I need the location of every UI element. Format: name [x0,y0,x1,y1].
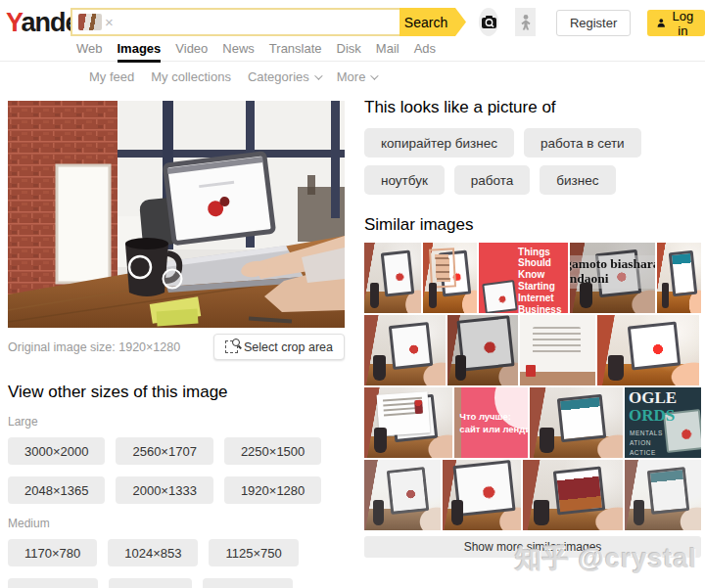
crop-icon [225,340,238,353]
subnav-label: Categories [248,69,309,84]
nav-tab-video[interactable]: Video [175,41,208,62]
login-label: Log in [671,9,695,38]
nav-tab-images[interactable]: Images [118,41,162,62]
select-crop-label: Select crop area [244,340,333,354]
similar-image-thumbnail[interactable] [443,460,521,530]
size-option[interactable]: 1920×1280 [224,476,321,504]
similar-image-thumbnail[interactable] [523,460,623,530]
service-nav: Web Images Video News Translate Disk Mai… [0,41,705,62]
looks-like-title: This looks like a picture of [364,98,701,117]
nav-tab-translate[interactable]: Translate [269,41,322,62]
yandex-logo[interactable]: Yandex [6,9,70,36]
tag-button[interactable]: работа [454,165,531,195]
chevron-down-icon [371,71,379,79]
similar-image-thumbnail[interactable] [447,315,518,385]
watermark: 知乎 @crystal [515,541,697,576]
people-search-button[interactable] [515,8,535,36]
similar-image-thumbnail[interactable]: OGLEORDS MENTALSATIONACTICE [625,387,701,458]
grid-row: ThingsShouldKnowStartingInternetBusiness… [364,243,701,313]
similar-image-thumbnail[interactable] [530,387,623,458]
login-button[interactable]: Log in [647,10,705,36]
image-meta-row: Original image size: 1920×1280 Select cr… [8,334,345,360]
original-size-label: Original image size: 1920×1280 [8,340,180,354]
tag-list: копирайтер бизнес работа в сети ноутбук … [364,128,701,195]
nav-tab-disk[interactable]: Disk [337,41,361,62]
similar-image-thumbnail[interactable] [625,460,701,530]
subnav-my-collections[interactable]: My collections [151,69,231,84]
tag-button[interactable]: бизнес [540,165,615,195]
other-sizes-title: View other sizes of this image [8,383,345,402]
thumbnail-text: Что лучше:сайт или лендинг пей [459,411,528,436]
similar-image-thumbnail[interactable] [657,243,701,313]
size-option[interactable]: 1024×853 [108,539,198,566]
size-option[interactable]: 2000×1333 [116,476,212,504]
person-icon [657,17,666,29]
similar-image-thumbnail[interactable] [364,387,452,458]
images-subnav: My feed My collections Categories More [0,69,376,84]
other-sizes-section: View other sizes of this image Large 300… [8,383,345,588]
size-option[interactable]: 1200×675 [203,578,293,588]
similar-image-thumbnail[interactable] [364,243,421,313]
size-option[interactable]: 900×900 [109,578,192,588]
subnav-my-feed[interactable]: My feed [89,69,134,84]
query-image-thumbnail[interactable] [78,14,102,30]
people-icon [517,14,535,31]
yandex-images-page: Yandex Search Register [0,0,705,588]
nav-tab-ads[interactable]: Ads [414,41,436,62]
nav-tab-web[interactable]: Web [76,41,103,62]
size-group-label-large: Large [8,415,345,429]
camera-icon [481,14,497,30]
size-option[interactable]: 2560×1707 [116,437,212,465]
size-option[interactable]: 2048×1365 [8,476,105,504]
tag-button[interactable]: работа в сети [524,128,641,158]
similar-image-thumbnail[interactable]: Что лучше:сайт или лендинг пей [454,387,528,458]
subnav-label: My collections [151,69,231,84]
crop-handle[interactable] [164,270,182,289]
size-group-large: 3000×2000 2560×1707 2250×1500 2048×1365 … [8,437,345,504]
grid-row [364,315,701,385]
size-group-medium: 1170×780 1024×853 1125×750 1200×700 900×… [8,539,345,588]
search-button[interactable]: Search [400,8,466,36]
result-image-preview[interactable] [8,101,345,328]
size-option[interactable]: 1200×700 [8,578,98,588]
size-option[interactable]: 3000×2000 [8,437,105,465]
camera-search-button[interactable] [479,8,498,36]
similar-image-thumbnail[interactable]: ThingsShouldKnowStartingInternetBusiness [479,243,568,313]
thumbnail-text: ThingsShouldKnowStartingInternetBusiness [518,247,561,313]
size-option[interactable]: 1125×750 [209,539,298,566]
register-button[interactable]: Register [556,10,631,36]
chevron-down-icon [314,71,322,79]
query-image-panel: Original image size: 1920×1280 Select cr… [8,101,345,588]
similar-image-thumbnail[interactable] [364,460,441,530]
search-area: Search [70,8,466,36]
grid-row [364,460,701,530]
nav-tab-news[interactable]: News [222,41,255,62]
note-card [429,249,456,289]
logo-letter: Y [6,8,22,37]
similar-image-thumbnail[interactable] [520,315,595,385]
nav-tab-mail[interactable]: Mail [376,41,400,62]
search-input[interactable] [114,10,394,34]
subnav-categories[interactable]: Categories [248,69,320,84]
tag-button[interactable]: ноутбук [364,165,445,195]
similar-image-thumbnail[interactable] [597,315,699,385]
grid-row: Что лучше:сайт или лендинг пей OGLEORDS … [364,387,701,458]
thumbnail-text: hangamoto biashara za mitandaoni [570,255,655,289]
thumbnail-text: OGLEORDS [629,389,677,426]
slide-card [376,391,430,435]
select-crop-area-button[interactable]: Select crop area [213,334,345,360]
similar-image-thumbnail[interactable] [364,315,446,385]
thumbnail-text: MENTALSATIONACTICE [630,429,663,457]
similar-images-grid: ThingsShouldKnowStartingInternetBusiness… [364,243,701,530]
subnav-more[interactable]: More [337,69,377,84]
similar-image-thumbnail[interactable]: hangamoto biashara za mitandaoni [570,243,655,313]
subnav-label: My feed [89,69,134,84]
similar-image-thumbnail[interactable] [423,243,477,313]
subnav-label: More [337,69,366,84]
tag-button[interactable]: копирайтер бизнес [364,128,514,158]
size-option[interactable]: 1170×780 [8,539,97,566]
search-box [70,8,400,36]
similar-images-title: Similar images [364,215,701,235]
size-option[interactable]: 2250×1500 [224,437,321,465]
size-group-label-medium: Medium [8,517,345,530]
